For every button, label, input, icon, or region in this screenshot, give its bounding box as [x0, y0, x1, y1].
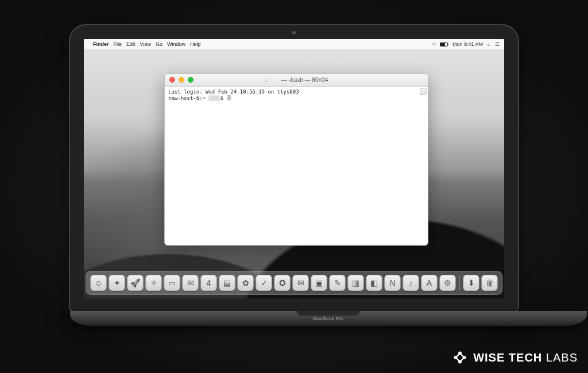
watermark-light: LABS	[542, 351, 578, 364]
camera-dot	[292, 31, 296, 34]
terminal-titlebar[interactable]: ⌂ — -bash — 80×24	[165, 74, 428, 87]
news-icon[interactable]: N	[385, 275, 401, 291]
appstore-icon[interactable]: A	[421, 275, 438, 291]
menu-edit[interactable]: Edit	[126, 41, 136, 47]
terminal-window[interactable]: ⌂ — -bash — 80×24 Last login: Wed Feb 24…	[164, 73, 428, 246]
finder-icon[interactable]: ☺	[91, 275, 107, 291]
facetime-icon[interactable]: ▣	[311, 275, 327, 291]
safari-icon[interactable]: ✦	[109, 275, 125, 291]
laptop-screen-bezel: Finder File Edit View Go Window Help ⌔ M…	[70, 25, 518, 312]
terminal-line-lastlogin: Last login: Wed Feb 24 10:56:19 on ttys0…	[168, 89, 424, 95]
close-button[interactable]	[169, 77, 175, 83]
watermark-text: WISE TECH LABS	[473, 351, 578, 364]
spotlight-icon[interactable]: ⌕	[488, 41, 490, 47]
photos-icon[interactable]: ✿	[238, 275, 254, 291]
contacts-icon[interactable]: ▭	[164, 275, 180, 291]
laptop-label: MacBook Pro	[313, 316, 344, 321]
pages-icon[interactable]: ✎	[330, 275, 346, 291]
prompt-dollar: $	[220, 95, 226, 101]
menu-help[interactable]: Help	[190, 41, 201, 47]
menu-file[interactable]: File	[114, 41, 122, 47]
clock-text[interactable]: Mon 9:41 AM	[452, 41, 483, 47]
itunes-icon[interactable]: ♪	[403, 275, 419, 291]
downloads-icon[interactable]: ⬇	[463, 275, 479, 291]
watermark-icon	[451, 349, 469, 366]
messages-icon[interactable]: ✉	[293, 275, 309, 291]
maximize-button[interactable]	[188, 77, 194, 83]
menubar-left: Finder File Edit View Go Window Help	[88, 41, 200, 47]
dock-separator	[459, 275, 460, 290]
compass-icon[interactable]: ✧	[146, 275, 162, 291]
reminders-icon[interactable]: ✓	[256, 275, 272, 291]
dock: ☺✦🚀✧▭✉4▤✿✓✪✉▣✎▥◧N♪A⚙⬇🗑	[86, 271, 503, 295]
preferences-icon[interactable]: ⚙	[440, 275, 456, 291]
terminal-title: ⌂ — -bash — 80×24	[265, 77, 328, 83]
menu-window[interactable]: Window	[167, 41, 185, 47]
trash-icon[interactable]: 🗑	[482, 275, 498, 291]
battery-icon[interactable]	[440, 42, 448, 46]
launchpad-icon[interactable]: 🚀	[127, 275, 144, 291]
scroll-indicator-icon[interactable]	[420, 88, 427, 95]
laptop-base: MacBook Pro	[70, 311, 587, 326]
control-center-icon[interactable]: ☰	[495, 41, 500, 47]
menubar: Finder File Edit View Go Window Help ⌔ M…	[84, 39, 504, 49]
menubar-right: ⌔ Mon 9:41 AM ⌕ ☰	[432, 41, 500, 47]
prompt-user-masked	[208, 95, 220, 101]
wifi-icon[interactable]: ⌔	[432, 41, 435, 47]
terminal-body[interactable]: Last login: Wed Feb 24 10:56:19 on ttys0…	[165, 87, 428, 245]
menubar-app-name[interactable]: Finder	[93, 41, 109, 47]
notes-icon[interactable]: ▤	[219, 275, 235, 291]
terminal-cursor	[227, 95, 231, 100]
page-background: Finder File Edit View Go Window Help ⌔ M…	[0, 0, 588, 373]
home-icon: ⌂	[265, 77, 268, 83]
mail-icon[interactable]: ✉	[183, 275, 199, 291]
menu-view[interactable]: View	[140, 41, 151, 47]
laptop-mockup: Finder File Edit View Go Window Help ⌔ M…	[70, 25, 518, 326]
terminal-prompt-line: new-host-6:~ $	[168, 95, 424, 101]
minimize-button[interactable]	[179, 77, 184, 83]
clock-icon[interactable]: ✪	[274, 275, 291, 291]
menu-go[interactable]: Go	[156, 41, 163, 47]
calendar-icon[interactable]: 4	[201, 275, 217, 291]
watermark: WISE TECH LABS	[451, 349, 578, 366]
desktop-screen: Finder File Edit View Go Window Help ⌔ M…	[84, 39, 504, 298]
keynote-icon[interactable]: ◧	[366, 275, 382, 291]
prompt-host: new-host-6:~	[168, 95, 208, 101]
numbers-icon[interactable]: ▥	[348, 275, 364, 291]
window-controls	[169, 77, 194, 83]
watermark-bold: WISE TECH	[473, 351, 542, 364]
terminal-title-suffix: — -bash — 80×24	[281, 77, 328, 83]
